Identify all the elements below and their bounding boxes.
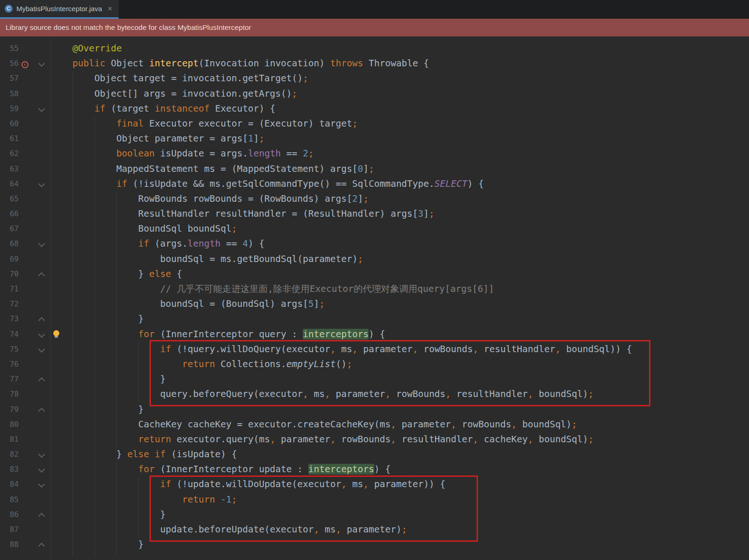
gutter[interactable]: 75 (0, 342, 50, 357)
code-line[interactable]: 80 CacheKey cacheKey = executor.createCa… (0, 417, 749, 432)
code-text[interactable]: return executor.query(ms, parameter, row… (50, 432, 749, 447)
line-number[interactable]: 87 (0, 522, 19, 537)
gutter[interactable]: 80 (0, 417, 50, 432)
gutter[interactable]: 60 (0, 116, 50, 131)
code-text[interactable]: MappedStatement ms = (MappedStatement) a… (50, 162, 749, 177)
gutter[interactable]: 67 (0, 221, 50, 236)
code-line[interactable]: 60 final Executor executor = (Executor) … (0, 116, 749, 131)
line-number[interactable]: 76 (0, 357, 19, 372)
line-number[interactable]: 58 (0, 86, 19, 101)
code-text[interactable]: BoundSql boundSql; (50, 221, 749, 236)
gutter[interactable]: 73 (0, 312, 50, 326)
code-line[interactable]: 86 } (0, 507, 749, 522)
code-text[interactable]: ResultHandler resultHandler = (ResultHan… (50, 206, 749, 221)
code-text[interactable]: Object target = invocation.getTarget(); (50, 71, 749, 86)
code-text[interactable]: } (50, 372, 749, 387)
code-line[interactable]: 88 } (0, 537, 749, 552)
fold-expand-icon[interactable] (38, 513, 45, 519)
code-text[interactable]: boolean isUpdate = args.length == 2; (50, 146, 749, 161)
fold-expand-icon[interactable] (38, 377, 45, 384)
code-text[interactable]: RowBounds rowBounds = (RowBounds) args[2… (50, 191, 749, 206)
code-line[interactable]: 77 } (0, 372, 749, 387)
code-line[interactable]: 75 if (!query.willDoQuery(executor, ms, … (0, 342, 749, 357)
override-method-icon[interactable]: ↑ (21, 61, 29, 68)
code-text[interactable]: final Executor executor = (Executor) tar… (50, 116, 749, 131)
line-number[interactable]: 85 (0, 492, 19, 507)
code-line[interactable]: 72 boundSql = (BoundSql) args[5]; (0, 297, 749, 312)
gutter[interactable]: 71 (0, 282, 50, 297)
code-line[interactable]: 87 update.beforeUpdate(executor, ms, par… (0, 522, 749, 537)
gutter[interactable]: 77 (0, 372, 50, 387)
line-number[interactable]: 73 (0, 312, 19, 326)
gutter[interactable]: 69 (0, 252, 50, 267)
line-number[interactable]: 82 (0, 447, 19, 462)
code-line[interactable]: 83 for (InnerInterceptor update : interc… (0, 462, 749, 477)
line-number[interactable]: 60 (0, 116, 19, 131)
code-text[interactable]: Object[] args = invocation.getArgs(); (50, 86, 749, 101)
gutter[interactable]: 55 (0, 41, 50, 56)
code-text[interactable]: return -1; (50, 492, 749, 507)
line-number[interactable]: 80 (0, 417, 19, 432)
code-line[interactable]: 63 MappedStatement ms = (MappedStatement… (0, 162, 749, 177)
code-text[interactable]: if (target instanceof Executor) { (50, 101, 749, 116)
fold-collapse-icon[interactable] (38, 106, 45, 112)
line-number[interactable]: 63 (0, 162, 19, 177)
gutter[interactable]: 70 (0, 267, 50, 282)
code-line[interactable]: 84 if (!update.willDoUpdate(executor, ms… (0, 477, 749, 492)
gutter[interactable]: 72 (0, 297, 50, 312)
code-text[interactable]: // 几乎不可能走进这里面,除非使用Executor的代理对象调用query[a… (50, 282, 749, 297)
fold-expand-icon[interactable] (38, 543, 45, 549)
code-text[interactable]: boundSql = ms.getBoundSql(parameter); (50, 252, 749, 267)
gutter[interactable]: 66 (0, 206, 50, 221)
line-number[interactable]: 67 (0, 221, 19, 236)
line-number[interactable]: 65 (0, 191, 19, 206)
code-line[interactable]: 62 boolean isUpdate = args.length == 2; (0, 146, 749, 161)
code-line[interactable]: 68 if (args.length == 4) { (0, 236, 749, 251)
code-line[interactable]: 57 Object target = invocation.getTarget(… (0, 71, 749, 86)
code-line[interactable]: 61 Object parameter = args[1]; (0, 131, 749, 146)
gutter[interactable]: 56↑ (0, 56, 50, 71)
line-number[interactable]: 55 (0, 41, 19, 56)
line-number[interactable]: 69 (0, 252, 19, 267)
line-number[interactable]: 78 (0, 387, 19, 402)
code-text[interactable]: return Collections.emptyList(); (50, 357, 749, 372)
fold-collapse-icon[interactable] (38, 331, 45, 337)
close-tab-icon[interactable]: × (107, 5, 112, 13)
code-text[interactable]: CacheKey cacheKey = executor.createCache… (50, 417, 749, 432)
fold-expand-icon[interactable] (38, 272, 45, 279)
code-line[interactable]: 81 return executor.query(ms, parameter, … (0, 432, 749, 447)
code-line[interactable]: 78 query.beforeQuery(executor, ms, param… (0, 387, 749, 402)
gutter[interactable]: 78 (0, 387, 50, 402)
gutter[interactable]: 86 (0, 507, 50, 522)
code-text[interactable]: } (50, 312, 749, 326)
code-text[interactable]: } (50, 402, 749, 417)
code-text[interactable]: @Override (50, 41, 749, 56)
code-text[interactable]: } else { (50, 267, 749, 282)
code-text[interactable]: for (InnerInterceptor update : intercept… (50, 462, 749, 477)
gutter[interactable]: 87 (0, 522, 50, 537)
gutter[interactable]: 63 (0, 162, 50, 177)
fold-collapse-icon[interactable] (38, 181, 45, 187)
code-line[interactable]: 65 RowBounds rowBounds = (RowBounds) arg… (0, 191, 749, 206)
gutter[interactable]: 85 (0, 492, 50, 507)
line-number[interactable]: 74 (0, 327, 19, 342)
gutter[interactable]: 83 (0, 462, 50, 477)
code-text[interactable]: boundSql = (BoundSql) args[5]; (50, 297, 749, 312)
code-line[interactable]: 74 for (InnerInterceptor query : interce… (0, 327, 749, 342)
gutter[interactable]: 59 (0, 101, 50, 116)
line-number[interactable]: 81 (0, 432, 19, 447)
gutter[interactable]: 84 (0, 477, 50, 492)
gutter[interactable]: 88 (0, 537, 50, 552)
gutter[interactable]: 61 (0, 131, 50, 146)
gutter[interactable]: 74 (0, 327, 50, 342)
code-text[interactable]: } (50, 507, 749, 522)
line-number[interactable]: 64 (0, 177, 19, 191)
fold-collapse-icon[interactable] (38, 241, 45, 247)
code-area[interactable]: 55 @Override56↑ public Object intercept(… (0, 41, 749, 552)
line-number[interactable]: 83 (0, 462, 19, 477)
editor-pane[interactable]: 55 @Override56↑ public Object intercept(… (0, 36, 749, 560)
code-text[interactable]: update.beforeUpdate(executor, ms, parame… (50, 522, 749, 537)
code-text[interactable]: if (!update.willDoUpdate(executor, ms, p… (50, 477, 749, 492)
code-text[interactable]: } else if (isUpdate) { (50, 447, 749, 462)
code-text[interactable]: query.beforeQuery(executor, ms, paramete… (50, 387, 749, 402)
